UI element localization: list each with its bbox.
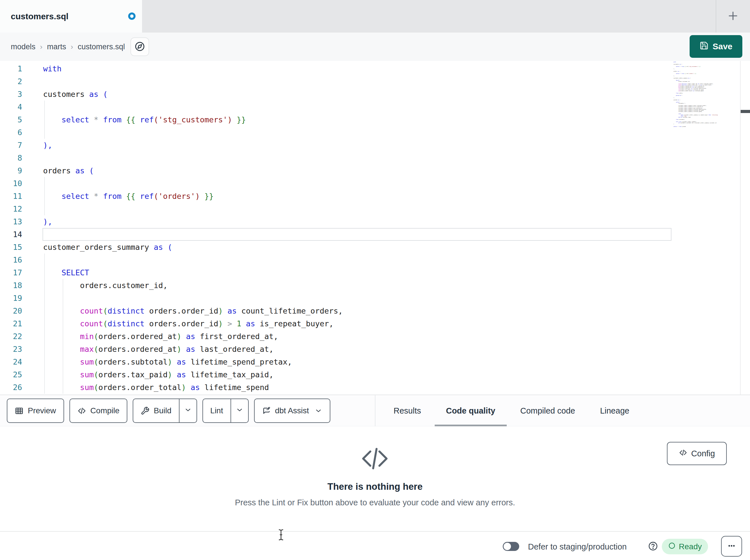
line-number: 17 bbox=[0, 268, 22, 277]
code-line-24[interactable]: 24 sum(orders.subtotal) as lifetime_spen… bbox=[0, 355, 750, 368]
breadcrumb-item-marts[interactable]: marts bbox=[47, 42, 66, 51]
code-line-1[interactable]: 1with bbox=[0, 62, 750, 75]
compile-button[interactable]: Compile bbox=[70, 398, 127, 423]
line-number: 15 bbox=[0, 243, 22, 251]
save-icon bbox=[699, 41, 709, 52]
code-icon bbox=[77, 407, 86, 415]
code-quality-panel: There is nothing here Press the Lint or … bbox=[0, 427, 750, 531]
dbt-assist-button[interactable]: dbt Assist bbox=[254, 398, 330, 423]
lint-dropdown-button[interactable] bbox=[231, 399, 248, 422]
button-main[interactable]: Compile bbox=[70, 399, 127, 422]
build-button[interactable]: Build bbox=[133, 398, 197, 423]
code-line-17[interactable]: 17 SELECT bbox=[0, 266, 750, 279]
defer-toggle[interactable] bbox=[503, 542, 519, 551]
minimap-code: with customers as ( select * from {{ ref… bbox=[673, 61, 740, 127]
line-content: sum(orders.order_total) as lifetime_spen… bbox=[43, 383, 269, 392]
code-line-15[interactable]: 15customer_orders_summary as ( bbox=[0, 241, 750, 253]
empty-state-subtitle: Press the Lint or Fix button above to ev… bbox=[0, 498, 750, 507]
line-number: 4 bbox=[0, 103, 22, 111]
code-line-26[interactable]: 26 sum(orders.order_total) as lifetime_s… bbox=[0, 381, 750, 394]
status-circle-icon bbox=[668, 542, 676, 552]
editor-scrollbar-thumb[interactable] bbox=[741, 110, 750, 113]
code-line-20[interactable]: 20 count(distinct orders.order_id) as co… bbox=[0, 305, 750, 317]
breadcrumb-item-customers-sql[interactable]: customers.sql bbox=[78, 42, 125, 51]
line-number: 23 bbox=[0, 345, 22, 353]
line-number: 6 bbox=[0, 128, 22, 137]
button-main[interactable]: Build bbox=[133, 399, 179, 422]
button-label: Compile bbox=[91, 406, 120, 415]
lint-button[interactable]: Lint bbox=[202, 398, 249, 423]
code-line-25[interactable]: 25 sum(orders.tax_paid) as lifetime_tax_… bbox=[0, 368, 750, 381]
button-label: Build bbox=[154, 406, 171, 415]
ready-label: Ready bbox=[679, 542, 702, 551]
line-content: select * from {{ ref('stg_customers') }} bbox=[43, 115, 246, 124]
line-number: 21 bbox=[0, 319, 22, 328]
button-main[interactable]: Lint bbox=[203, 399, 231, 422]
code-line-16[interactable]: 16 bbox=[0, 253, 750, 266]
tab-compiled-code[interactable]: Compiled code bbox=[520, 395, 575, 426]
line-number: 8 bbox=[0, 153, 22, 162]
code-line-11[interactable]: 11 select * from {{ ref('orders') }} bbox=[0, 190, 750, 203]
line-content: count(distinct orders.order_id) > 1 as i… bbox=[43, 319, 333, 328]
line-content: count(distinct orders.order_id) as count… bbox=[43, 307, 343, 315]
line-content: customer_orders_summary as ( bbox=[43, 243, 172, 251]
line-number: 26 bbox=[0, 383, 22, 392]
preview-button[interactable]: Preview bbox=[7, 398, 64, 423]
code-line-9[interactable]: 9orders as ( bbox=[0, 164, 750, 177]
code-line-14[interactable]: 14 bbox=[0, 228, 750, 241]
line-content: SELECT bbox=[43, 268, 89, 277]
config-button[interactable]: Config bbox=[667, 442, 727, 465]
button-label: Lint bbox=[211, 406, 223, 415]
code-line-10[interactable]: 10 bbox=[0, 177, 750, 190]
line-content: orders as ( bbox=[43, 166, 94, 175]
code-line-12[interactable]: 12 bbox=[0, 203, 750, 215]
tab-code-quality[interactable]: Code quality bbox=[446, 395, 495, 426]
code-line-7[interactable]: 7), bbox=[0, 139, 750, 151]
code-line-8[interactable]: 8 bbox=[0, 151, 750, 164]
code-line-5[interactable]: 5 select * from {{ ref('stg_customers') … bbox=[0, 113, 750, 126]
button-label: dbt Assist bbox=[275, 406, 309, 415]
code-line-19[interactable]: 19 bbox=[0, 292, 750, 305]
toolbar-buttons: PreviewCompileBuildLintdbt Assist bbox=[7, 395, 330, 426]
chevron-down-icon bbox=[184, 406, 192, 416]
line-content: with bbox=[43, 64, 61, 73]
line-number: 19 bbox=[0, 294, 22, 303]
new-tab-button[interactable] bbox=[725, 8, 741, 24]
explore-lineage-button[interactable] bbox=[131, 37, 149, 56]
tab-lineage[interactable]: Lineage bbox=[600, 395, 629, 426]
tab-title: customers.sql bbox=[11, 12, 68, 21]
button-main[interactable]: dbt Assist bbox=[255, 399, 330, 422]
line-number: 24 bbox=[0, 357, 22, 366]
compass-icon bbox=[134, 41, 145, 53]
breadcrumb: models›marts›customers.sql bbox=[11, 42, 125, 51]
line-content: max(orders.ordered_at) as last_ordered_a… bbox=[43, 345, 274, 353]
tab-results[interactable]: Results bbox=[394, 395, 421, 426]
ide-status-badge[interactable]: Ready bbox=[662, 539, 708, 554]
code-editor[interactable]: 1with23customers as (45 select * from {{… bbox=[0, 61, 750, 395]
assist-icon bbox=[262, 407, 271, 415]
line-content: ), bbox=[43, 141, 53, 149]
line-content: customers as ( bbox=[43, 90, 108, 99]
breadcrumb-item-models[interactable]: models bbox=[11, 42, 36, 51]
editor-toolbar: PreviewCompileBuildLintdbt Assist Result… bbox=[0, 395, 750, 426]
tab-customers-sql[interactable]: customers.sql bbox=[0, 0, 142, 33]
code-line-22[interactable]: 22 min(orders.ordered_at) as first_order… bbox=[0, 330, 750, 343]
line-content: sum(orders.subtotal) as lifetime_spend_p… bbox=[43, 357, 292, 366]
line-number: 9 bbox=[0, 166, 22, 175]
line-number: 18 bbox=[0, 281, 22, 290]
button-main[interactable]: Preview bbox=[7, 399, 63, 422]
more-options-button[interactable] bbox=[721, 536, 742, 557]
code-line-4[interactable]: 4 bbox=[0, 101, 750, 113]
code-line-21[interactable]: 21 count(distinct orders.order_id) > 1 a… bbox=[0, 317, 750, 330]
code-line-6[interactable]: 6 bbox=[0, 126, 750, 139]
code-line-23[interactable]: 23 max(orders.ordered_at) as last_ordere… bbox=[0, 343, 750, 355]
save-button[interactable]: Save bbox=[690, 35, 742, 58]
help-button[interactable] bbox=[647, 541, 659, 552]
breadcrumb-separator: › bbox=[40, 42, 42, 51]
code-line-2[interactable]: 2 bbox=[0, 75, 750, 88]
build-dropdown-button[interactable] bbox=[179, 399, 197, 422]
code-line-13[interactable]: 13), bbox=[0, 215, 750, 228]
code-line-18[interactable]: 18 orders.customer_id, bbox=[0, 279, 750, 292]
minimap[interactable]: with customers as ( select * from {{ ref… bbox=[673, 61, 740, 394]
code-line-3[interactable]: 3customers as ( bbox=[0, 88, 750, 101]
